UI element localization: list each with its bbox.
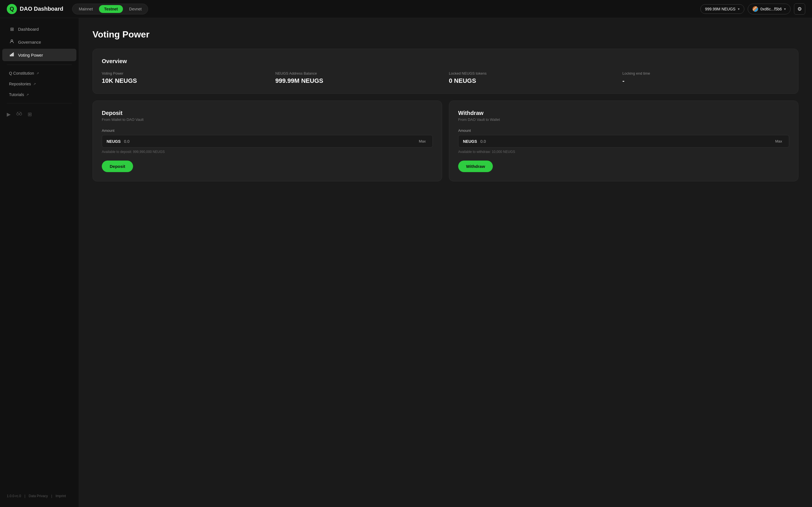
deposit-amount-label: Amount	[102, 128, 433, 133]
withdraw-button[interactable]: Withdraw	[458, 161, 493, 172]
svg-point-6	[19, 113, 22, 115]
play-icon[interactable]: ▶	[7, 111, 11, 117]
stat-voting-power: Voting Power 10K NEUGS	[102, 71, 269, 84]
stat-locked-tokens: Locked NEUGS tokens 0 NEUGS	[449, 71, 616, 84]
chevron-down-icon: ▾	[784, 7, 786, 11]
deposit-input-row[interactable]: NEUGS 0.0 Max	[102, 135, 433, 148]
svg-rect-3	[12, 53, 13, 56]
external-link-icon: ↗	[36, 71, 39, 75]
deposit-available-text: Available to deposit: 999,990,000 NEUGS	[102, 150, 433, 154]
stat-value: 999.99M NEUGS	[275, 77, 442, 84]
sidebar-divider-2	[7, 103, 72, 103]
external-link-icon: ↗	[26, 93, 29, 97]
stat-label: Locked NEUGS tokens	[449, 71, 616, 75]
external-link-icon: ↗	[33, 82, 36, 86]
deposit-subtitle: From Wallet to DAO Vault	[102, 117, 433, 122]
withdraw-max-button[interactable]: Max	[773, 138, 784, 144]
sidebar-nav: ⊞ Dashboard Governance	[0, 22, 79, 490]
tab-mainnet[interactable]: Mainnet	[73, 5, 98, 13]
stat-address-balance: NEUGS Address Balance 999.99M NEUGS	[275, 71, 442, 84]
balance-value: 999.99M NEUGS	[705, 7, 735, 11]
balance-button[interactable]: 999.99M NEUGS ▾	[700, 4, 744, 14]
footer-divider: |	[51, 494, 52, 498]
deposit-card: Deposit From Wallet to DAO Vault Amount …	[93, 101, 442, 181]
governance-icon	[9, 39, 15, 45]
sidebar-divider	[7, 64, 72, 65]
chevron-down-icon: ▾	[738, 7, 740, 11]
tab-testnet[interactable]: Testnet	[99, 5, 123, 13]
header-left: Q DAO Dashboard Mainnet Testnet Devnet	[7, 4, 148, 14]
gear-icon: ⚙	[797, 6, 802, 12]
stat-label: Locking end time	[622, 71, 790, 75]
deposit-title: Deposit	[102, 110, 433, 116]
svg-point-0	[11, 40, 13, 41]
sidebar: ⊞ Dashboard Governance	[0, 18, 79, 507]
imprint-link[interactable]: Imprint	[56, 494, 66, 498]
grid-icon[interactable]: ⊞	[28, 111, 32, 117]
data-privacy-link[interactable]: Data Privacy	[29, 494, 48, 498]
deposit-amount-value: 0.0	[124, 139, 417, 144]
sidebar-item-tutorials[interactable]: Tutorials ↗	[2, 90, 77, 100]
sidebar-item-label: Dashboard	[18, 27, 39, 32]
withdraw-amount-value: 0.0	[480, 139, 773, 144]
content: Voting Power Overview Voting Power 10K N…	[79, 18, 812, 507]
header-right: 999.99M NEUGS ▾ 0xd6c...f5b6 ▾ ⚙	[700, 3, 805, 15]
sidebar-item-repositories[interactable]: Repositories ↗	[2, 79, 77, 89]
app-title: DAO Dashboard	[20, 6, 63, 12]
sidebar-item-dashboard[interactable]: ⊞ Dashboard	[2, 23, 77, 35]
sidebar-item-label: Voting Power	[18, 53, 43, 57]
deposit-button[interactable]: Deposit	[102, 161, 133, 172]
overview-title: Overview	[102, 58, 789, 64]
wallet-address: 0xd6c...f5b6	[760, 7, 782, 11]
withdraw-subtitle: From DAO Vault to Wallet	[458, 117, 789, 122]
version-label: 1.0.0-rc.0	[7, 494, 21, 498]
sidebar-item-q-constitution[interactable]: Q Constitution ↗	[2, 68, 77, 78]
withdraw-input-row[interactable]: NEUGS 0.0 Max	[458, 135, 789, 148]
sidebar-ext-label: Tutorials	[9, 93, 24, 97]
tab-devnet[interactable]: Devnet	[124, 5, 147, 13]
overview-card: Overview Voting Power 10K NEUGS NEUGS Ad…	[93, 49, 799, 94]
stat-label: NEUGS Address Balance	[275, 71, 442, 75]
binoculars-icon[interactable]	[16, 111, 22, 117]
main-layout: ⊞ Dashboard Governance	[0, 18, 812, 507]
withdraw-available-text: Available to withdraw: 10,000 NEUGS	[458, 150, 789, 154]
sidebar-ext-label: Q Constitution	[9, 71, 34, 75]
svg-rect-4	[13, 52, 14, 56]
sidebar-bottom-icons: ▶ ⊞	[0, 107, 79, 122]
withdraw-card: Withdraw From DAO Vault to Wallet Amount…	[449, 101, 799, 181]
svg-rect-2	[11, 54, 12, 56]
settings-button[interactable]: ⚙	[794, 3, 805, 15]
network-tabs: Mainnet Testnet Devnet	[72, 4, 148, 14]
footer-divider: |	[24, 494, 26, 498]
withdraw-amount-label: Amount	[458, 128, 789, 133]
stat-value: 0 NEUGS	[449, 77, 616, 84]
page-title: Voting Power	[93, 29, 799, 40]
stat-label: Voting Power	[102, 71, 269, 75]
sidebar-ext-label: Repositories	[9, 82, 31, 86]
deposit-currency: NEUGS	[107, 139, 121, 144]
logo-icon: Q	[7, 4, 17, 14]
sidebar-item-governance[interactable]: Governance	[2, 36, 77, 48]
sidebar-item-voting-power[interactable]: Voting Power	[2, 49, 77, 61]
action-cards-row: Deposit From Wallet to DAO Vault Amount …	[93, 101, 799, 181]
wallet-button[interactable]: 0xd6c...f5b6 ▾	[748, 4, 791, 14]
deposit-max-button[interactable]: Max	[416, 138, 428, 144]
sidebar-footer: 1.0.0-rc.0 | Data Privacy | Imprint	[0, 490, 79, 503]
voting-power-icon	[9, 52, 15, 58]
withdraw-currency: NEUGS	[463, 139, 477, 144]
svg-rect-1	[10, 55, 11, 56]
stat-value: 10K NEUGS	[102, 77, 269, 84]
svg-point-5	[17, 113, 19, 115]
withdraw-title: Withdraw	[458, 110, 789, 116]
overview-grid: Voting Power 10K NEUGS NEUGS Address Bal…	[102, 71, 789, 84]
stat-value: -	[622, 77, 790, 84]
stat-locking-end-time: Locking end time -	[622, 71, 790, 84]
dashboard-icon: ⊞	[9, 26, 15, 32]
sidebar-item-label: Governance	[18, 40, 41, 45]
logo-area: Q DAO Dashboard	[7, 4, 63, 14]
metamask-icon	[753, 6, 758, 12]
sidebar-external-links: Q Constitution ↗ Repositories ↗ Tutorial…	[0, 68, 79, 100]
header: Q DAO Dashboard Mainnet Testnet Devnet 9…	[0, 0, 812, 18]
